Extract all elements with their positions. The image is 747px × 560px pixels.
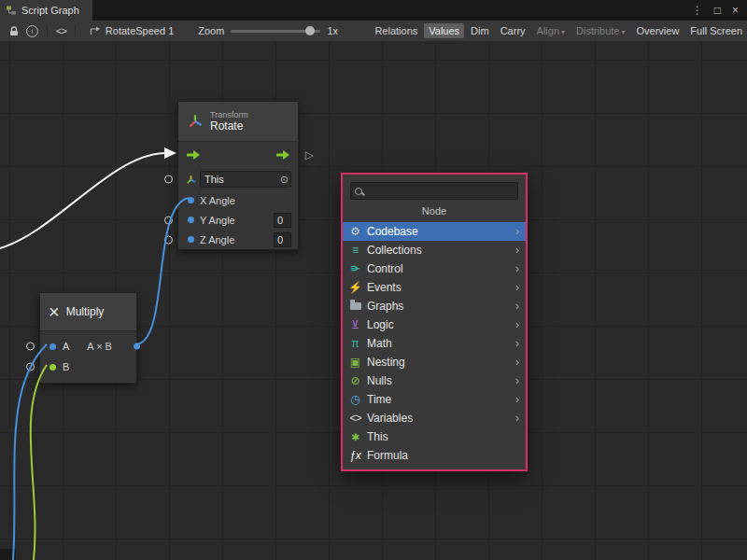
folder-icon: [348, 300, 362, 313]
lightning-icon: ⚡: [348, 281, 362, 294]
port-a-x-b-output[interactable]: [134, 343, 140, 350]
toolbar-button-dim[interactable]: Dim: [466, 23, 494, 38]
code-view-icon[interactable]: <>: [52, 25, 70, 36]
breadcrumb[interactable]: RotateSpeed 1: [90, 25, 174, 36]
finder-item-collections[interactable]: ≡ Collections ›: [343, 241, 526, 259]
zoom-slider-knob[interactable]: [305, 26, 315, 35]
finder-item-math[interactable]: π Math ›: [343, 334, 526, 353]
finder-item-events[interactable]: ⚡ Events ›: [343, 278, 526, 297]
chevron-right-icon: ›: [515, 262, 519, 275]
node-multiply[interactable]: × Multiply A A × B B: [39, 292, 137, 384]
lock-icon[interactable]: [6, 26, 22, 36]
formula-icon: ƒx: [348, 449, 362, 462]
breadcrumb-label: RotateSpeed 1: [106, 25, 174, 36]
chevron-right-icon: ›: [515, 281, 519, 294]
graph-canvas[interactable]: Transform Rotate ▷ This ⊙: [0, 41, 747, 560]
chevron-right-icon: ›: [515, 337, 519, 350]
port-y-angle-outer[interactable]: [164, 216, 173, 224]
toolbar-button-carry[interactable]: Carry: [496, 23, 530, 38]
chevron-right-icon: ›: [515, 300, 519, 313]
flow-wire-arrowhead-icon: [164, 147, 176, 159]
flow-out-triangle-icon[interactable]: ▷: [305, 148, 314, 161]
port-b[interactable]: [49, 364, 56, 371]
wire-to-multiply-b: [31, 365, 47, 560]
chevron-right-icon: ›: [515, 374, 519, 387]
search-input[interactable]: [367, 185, 514, 198]
clock-icon: ◷: [348, 393, 362, 406]
graph-breadcrumb-icon: [90, 26, 101, 35]
finder-item-nesting[interactable]: ▣ Nesting ›: [343, 353, 526, 371]
gear-icon: ⚙: [348, 225, 362, 238]
toolbar-button-fullscreen[interactable]: Full Screen: [685, 23, 747, 38]
port-y-angle[interactable]: [188, 217, 194, 223]
chevron-right-icon: ›: [515, 318, 519, 331]
port-row-this: This ⊙: [178, 168, 298, 190]
finder-item-this[interactable]: ∗ This: [343, 427, 526, 446]
multiply-icon: ×: [49, 302, 60, 321]
toolbar-button-align[interactable]: Align▾: [532, 23, 570, 38]
port-this[interactable]: [164, 175, 173, 184]
finder-item-time[interactable]: ◷ Time ›: [343, 390, 526, 409]
transform-axes-icon: [187, 113, 204, 130]
flow-row: ▷: [178, 142, 298, 168]
window-menu-icon[interactable]: ⋮: [692, 4, 703, 17]
port-row-x-angle: X Angle: [178, 190, 298, 210]
port-a[interactable]: [49, 343, 56, 350]
object-picker-icon[interactable]: ⊙: [280, 174, 289, 186]
maximize-icon[interactable]: □: [714, 4, 721, 17]
info-icon[interactable]: i: [22, 25, 42, 37]
this-object-field[interactable]: This ⊙: [200, 171, 291, 188]
node-title: Multiply: [66, 306, 105, 318]
node-title: Rotate: [210, 120, 248, 133]
zoom-label: Zoom: [198, 25, 224, 36]
toolbar-button-overview[interactable]: Overview: [632, 23, 684, 38]
null-icon: ⊘: [348, 374, 362, 387]
toolbar-button-values[interactable]: Values: [424, 23, 464, 38]
graph-toolbar: i <> RotateSpeed 1 Zoom 1x Relations Val…: [0, 21, 747, 42]
port-x-angle[interactable]: [188, 197, 194, 203]
flow-out-arrow-icon[interactable]: [275, 149, 290, 161]
finder-item-graphs[interactable]: Graphs ›: [343, 297, 526, 315]
zoom-value: 1x: [327, 25, 338, 36]
flow-in-arrow-icon[interactable]: [186, 149, 201, 161]
z-angle-value-field[interactable]: 0: [274, 232, 291, 247]
logic-icon: ⊻: [348, 318, 362, 331]
search-box[interactable]: [350, 182, 518, 200]
port-row-b: B: [40, 357, 136, 377]
finder-header: Node: [343, 205, 526, 217]
list-icon: ≡: [348, 244, 362, 257]
node-header[interactable]: × Multiply: [40, 293, 136, 331]
port-b-outer[interactable]: [26, 363, 35, 371]
zoom-slider[interactable]: [231, 30, 320, 33]
tab-script-graph[interactable]: Script Graph: [0, 0, 92, 21]
node-transform-rotate[interactable]: Transform Rotate ▷ This ⊙: [177, 101, 299, 250]
toolbar-button-relations[interactable]: Relations: [370, 23, 422, 38]
port-row-z-angle: Z Angle 0: [178, 230, 298, 249]
port-row-y-angle: Y Angle 0: [178, 210, 298, 230]
tab-title: Script Graph: [21, 5, 79, 16]
finder-item-nulls[interactable]: ⊘ Nulls ›: [343, 371, 526, 390]
finder-item-formula[interactable]: ƒx Formula: [343, 446, 526, 465]
toolbar-button-distribute[interactable]: Distribute▾: [571, 23, 629, 38]
nesting-icon: ▣: [348, 356, 362, 369]
chevron-right-icon: ›: [515, 244, 519, 257]
this-icon: ∗: [348, 430, 362, 443]
port-z-angle-outer[interactable]: [164, 235, 173, 244]
node-finder-popup: Node ⚙ Codebase › ≡ Collections › ⋔ Cont…: [341, 173, 528, 471]
window-tab-bar: Script Graph ⋮ □ ×: [0, 0, 747, 21]
chevron-down-icon: ▾: [561, 28, 565, 36]
port-a-outer[interactable]: [26, 343, 35, 351]
canvas-corner: [0, 549, 16, 560]
script-graph-icon: [6, 5, 17, 16]
finder-item-variables[interactable]: <> Variables ›: [343, 409, 526, 427]
port-z-angle[interactable]: [188, 236, 194, 243]
finder-item-control[interactable]: ⋔ Control ›: [343, 259, 526, 278]
mini-axes-icon: [186, 175, 196, 185]
y-angle-value-field[interactable]: 0: [274, 213, 291, 228]
chevron-right-icon: ›: [515, 393, 519, 406]
finder-item-codebase[interactable]: ⚙ Codebase ›: [343, 222, 526, 241]
finder-item-logic[interactable]: ⊻ Logic ›: [343, 315, 526, 334]
node-header[interactable]: Transform Rotate: [178, 102, 298, 142]
flow-wire: [0, 153, 164, 248]
close-icon[interactable]: ×: [732, 4, 739, 17]
